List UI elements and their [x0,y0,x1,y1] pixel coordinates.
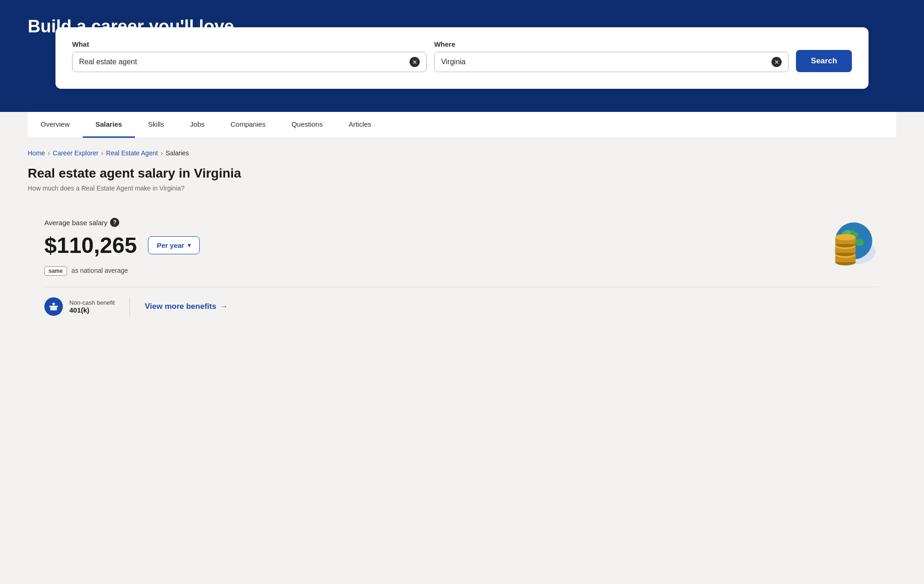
benefit-details: Non-cash benefit 401(k) [69,299,115,314]
breadcrumb-career-explorer[interactable]: Career Explorer [53,149,98,157]
search-button[interactable]: Search [796,50,852,72]
main-content: Home › Career Explorer › Real Estate Age… [28,138,896,331]
tab-salaries[interactable]: Salaries [83,112,135,138]
breadcrumb-sep-1: › [48,149,50,157]
search-card: What ✕ Where ✕ Search [55,27,869,89]
where-input-wrapper: ✕ [434,52,789,72]
breadcrumb-current: Salaries [165,149,189,157]
help-icon[interactable]: ? [110,218,119,227]
tab-articles[interactable]: Articles [336,112,384,138]
where-clear-button[interactable]: ✕ [771,57,782,67]
what-field: What ✕ [72,40,427,72]
tab-companies[interactable]: Companies [218,112,279,138]
card-divider [44,287,880,287]
breadcrumb-real-estate-agent[interactable]: Real Estate Agent [106,149,158,157]
per-year-button[interactable]: Per year ▾ [148,236,200,254]
breadcrumb-sep-2: › [101,149,104,157]
tab-questions[interactable]: Questions [279,112,336,138]
tab-jobs[interactable]: Jobs [177,112,218,138]
breadcrumb: Home › Career Explorer › Real Estate Age… [28,149,896,157]
avg-label: Average base salary ? [44,218,880,227]
what-input[interactable] [79,58,410,66]
national-avg-comparison: same as national average [44,266,880,276]
benefit-name: 401(k) [69,306,115,314]
search-row: What ✕ Where ✕ Search [72,40,852,72]
avg-label-text: Average base salary [44,219,107,227]
benefit-icon-circle [44,297,63,316]
view-more-label: View more benefits [145,302,216,311]
same-badge: same [44,266,67,276]
comparison-text: as national average [72,267,128,274]
chevron-down-icon: ▾ [188,242,191,249]
salary-amount: $110,265 [44,233,137,258]
salary-card: Average base salary ? $110,265 Per year … [28,203,896,331]
svg-point-7 [835,259,856,265]
breadcrumb-sep-3: › [161,149,163,157]
arrow-right-icon: → [220,302,228,311]
per-year-label: Per year [157,241,184,249]
where-label: Where [434,40,789,48]
header-banner: Build a career you'll love What ✕ Where … [0,0,924,112]
nav-tabs: Overview Salaries Skills Jobs Companies … [28,112,896,138]
svg-rect-18 [53,306,54,310]
what-label: What [72,40,427,48]
view-more-benefits-link[interactable]: View more benefits → [130,302,228,311]
breadcrumb-home[interactable]: Home [28,149,45,157]
tab-skills[interactable]: Skills [135,112,177,138]
what-input-wrapper: ✕ [72,52,427,72]
gift-icon [49,301,59,312]
where-input[interactable] [441,58,771,66]
what-clear-button[interactable]: ✕ [410,57,420,67]
benefits-row: Non-cash benefit 401(k) View more benefi… [44,297,880,316]
page-subtitle: How much does a Real Estate Agent make i… [28,184,896,192]
salary-row: $110,265 Per year ▾ [44,233,880,258]
where-field: Where ✕ [434,40,789,72]
benefit-info: Non-cash benefit 401(k) [44,297,130,316]
benefit-label: Non-cash benefit [69,299,115,306]
page-title: Real estate agent salary in Virginia [28,166,896,181]
tab-overview[interactable]: Overview [28,112,83,138]
